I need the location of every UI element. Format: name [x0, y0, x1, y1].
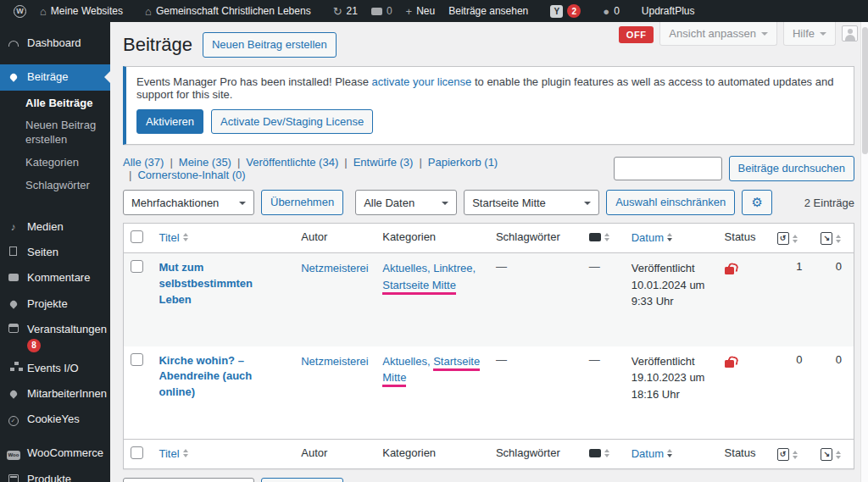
media-icon: ♪ — [7, 221, 19, 233]
sort-arrows-icon — [793, 232, 798, 246]
post-status-filters: Alle (37) Meine (35) Veröffentlichte (34… — [123, 156, 614, 181]
sidebar-item-cookieyes[interactable]: ✓ CookieYes — [0, 407, 110, 432]
sidebar-item-label: Seiten — [27, 246, 58, 259]
post-title-link[interactable]: Mut zum selbstbestimmten Leben — [159, 260, 287, 308]
sidebar-item-events[interactable]: Veranstaltungen — [0, 317, 110, 338]
chevron-down-icon — [761, 32, 768, 39]
filter-cornerstone[interactable]: Cornerstone-Inhalt (0) — [137, 169, 245, 181]
wordpress-logo-menu[interactable]: W — [7, 0, 33, 22]
apply-button-bottom[interactable]: Übernehmen — [261, 478, 343, 482]
category-links[interactable]: Aktuelles, Linktree, — [382, 262, 476, 274]
new-content-menu[interactable]: + Neu — [399, 0, 442, 22]
apply-button[interactable]: Übernehmen — [261, 190, 343, 215]
sort-imports[interactable]: ↘ — [821, 448, 841, 462]
filter-mine[interactable]: Meine (35) — [179, 156, 231, 169]
row-checkbox[interactable] — [131, 353, 143, 366]
category-filter-select[interactable]: Startseite Mitte — [464, 190, 599, 215]
sort-date[interactable]: Datum — [632, 446, 672, 460]
sidebar-item-posts[interactable]: Beiträge — [0, 64, 110, 90]
sidebar-item-products[interactable]: Produkte — [0, 467, 110, 482]
chevron-down-icon — [820, 32, 826, 39]
header-status: Status — [718, 440, 771, 469]
comments-empty: — — [589, 353, 600, 366]
sort-arrows-icon — [836, 448, 841, 462]
filter-drafts[interactable]: Entwürfe (3) — [353, 156, 414, 169]
sort-title[interactable]: Titel — [159, 446, 187, 460]
screen-options-label: Ansicht anpassen — [669, 27, 756, 40]
box-icon — [8, 474, 19, 482]
comments-menu[interactable]: 0 — [364, 0, 399, 22]
sidebar-item-comments[interactable]: Kommentare — [0, 265, 110, 291]
filter-trash[interactable]: Papierkorb (1) — [428, 156, 498, 169]
page-scrollbar[interactable] — [860, 22, 868, 482]
updraftplus-menu[interactable]: UpdraftPlus — [635, 0, 702, 22]
notice-text: Events Manager Pro has been installed! P… — [136, 75, 843, 101]
count-b: 0 — [814, 253, 854, 346]
activate-license-link[interactable]: activate your license — [372, 75, 472, 88]
site-name-label: Gemeinschaft Christlichen Lebens — [156, 5, 311, 17]
updraftplus-label: UpdraftPlus — [642, 5, 695, 17]
search-input[interactable] — [614, 157, 722, 180]
sidebar-item-events-io[interactable]: Events I/O — [0, 356, 110, 381]
sidebar-item-projects[interactable]: Projekte — [0, 291, 110, 317]
updates-menu[interactable]: ↻ 21 — [326, 0, 364, 22]
category-links[interactable]: Aktuelles, — [382, 355, 433, 368]
comments-icon — [8, 274, 19, 281]
post-title-link[interactable]: Kirche wohin? – Abendreihe (auch online) — [159, 353, 287, 402]
bulk-actions-select[interactable]: Mehrfachaktionen — [123, 190, 254, 215]
add-new-post-button[interactable]: Neuen Beitrag erstellen — [203, 32, 337, 58]
filter-button[interactable]: Auswahl einschränken — [606, 190, 735, 215]
sort-revisions[interactable]: ↺ — [777, 448, 798, 462]
author-link[interactable]: Netzmeisterei — [301, 262, 368, 274]
indicator-menu[interactable]: ● 0 — [596, 0, 626, 22]
bulk-actions-select-bottom[interactable]: Mehrfachaktionen — [123, 478, 254, 482]
submenu-categories[interactable]: Kategorien — [0, 152, 110, 175]
screen-options-tab[interactable]: Ansicht anpassen — [659, 22, 777, 46]
search-posts-button[interactable]: Beiträge durchsuchen — [729, 156, 854, 181]
gear-icon[interactable]: ⚙ — [742, 190, 772, 215]
sort-comments[interactable] — [589, 446, 609, 460]
help-tab[interactable]: Hilfe — [783, 22, 836, 46]
sort-comments[interactable] — [589, 230, 609, 244]
sidebar-item-media[interactable]: ♪ Medien — [0, 214, 110, 240]
submenu-new-post[interactable]: Neuen Beitrag erstellen — [0, 114, 110, 152]
select-all-checkbox[interactable] — [131, 230, 143, 243]
tags-empty: — — [496, 260, 507, 273]
off-toggle-badge[interactable]: OFF — [619, 26, 654, 43]
dates-filter-select[interactable]: Alle Daten — [355, 190, 457, 215]
sort-title[interactable]: Titel — [159, 230, 187, 244]
dev-staging-license-button[interactable]: Activate Dev/Staging License — [211, 109, 373, 135]
filter-published[interactable]: Veröffentlichte (34) — [246, 156, 338, 169]
sidebar-item-label: Events I/O — [27, 362, 79, 375]
scrollbar-thumb[interactable] — [862, 27, 868, 154]
site-name-menu[interactable]: ⌂ Gemeinschaft Christlichen Lebens — [138, 0, 318, 22]
avatar[interactable] — [842, 25, 858, 42]
filter-all[interactable]: Alle (37) — [123, 156, 164, 169]
update-icon: ↻ — [333, 6, 342, 17]
sidebar-item-dashboard[interactable]: Dashboard — [0, 30, 110, 56]
sidebar-item-woocommerce[interactable]: Woo WooCommerce — [0, 440, 110, 466]
select-all-checkbox[interactable] — [131, 446, 143, 459]
row-checkbox[interactable] — [131, 260, 143, 273]
sidebar-item-pages[interactable]: Seiten — [0, 240, 110, 265]
publish-status: Veröffentlicht — [632, 260, 711, 277]
comment-bubble-icon — [371, 8, 382, 15]
my-sites-menu[interactable]: ⌂ Meine Websites — [33, 0, 130, 22]
author-link[interactable]: Netzmeisterei — [301, 355, 368, 368]
events-count-badge: 8 — [27, 339, 41, 352]
sidebar-item-label: Projekte — [27, 297, 68, 311]
sidebar-item-staff[interactable]: MitarbeiterInnen — [0, 381, 110, 407]
yoast-menu[interactable]: Y 2 — [543, 0, 587, 22]
view-posts-menu[interactable]: Beiträge ansehen — [442, 0, 535, 22]
comments-empty: — — [589, 260, 600, 273]
header-author: Autor — [294, 224, 376, 253]
sort-revisions[interactable]: ↺ — [777, 232, 798, 246]
sort-arrows-icon — [604, 446, 609, 460]
submenu-all-posts[interactable]: Alle Beiträge — [0, 92, 110, 115]
activate-button[interactable]: Aktivieren — [136, 109, 203, 135]
sort-arrows-icon — [604, 230, 609, 244]
sort-date[interactable]: Datum — [632, 230, 672, 244]
category-link-marked[interactable]: Startseite Mitte — [382, 279, 456, 295]
submenu-tags[interactable]: Schlagwörter — [0, 175, 110, 197]
sort-imports[interactable]: ↘ — [821, 232, 841, 246]
